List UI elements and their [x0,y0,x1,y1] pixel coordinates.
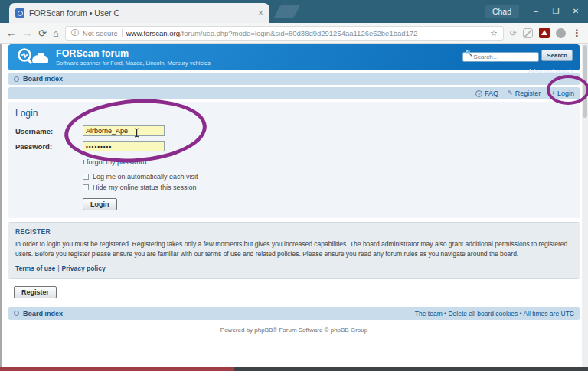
forgot-password-link[interactable]: I forgot my password [83,158,147,166]
footer-links[interactable]: The team • Delete all board cookies • Al… [415,310,574,317]
info-icon[interactable]: ⓘ [71,28,79,38]
extension-icon-2[interactable] [523,28,533,38]
footer-breadcrumb[interactable]: Board index [23,310,63,317]
register-heading: REGISTER [15,228,573,236]
nav-links-bar: ? FAQ ✎ Register ➜ Login [8,87,580,99]
page-scrollbar[interactable] [582,44,588,367]
browser-menu-icon[interactable]: ⋮ [572,28,582,39]
close-window-button[interactable]: ✕ [567,4,585,19]
forum-header: FORScan forum Software scanner for Ford,… [8,44,580,70]
register-panel: REGISTER In order to login you must be r… [8,222,580,279]
register-label: Register [515,89,541,97]
search-input[interactable] [462,52,539,62]
login-button[interactable]: Login [83,198,117,210]
browser-tabbar: FORScan forum • User C × Chad – ❐ ✕ [0,0,588,23]
extension-icon-3[interactable] [556,28,566,38]
forum-title: FORScan forum [56,48,211,60]
username-label: Username: [15,127,83,135]
forum-title-block: FORScan forum Software scanner for Ford,… [56,48,211,67]
video-progress-fill [0,367,234,371]
search-button[interactable]: Search [541,50,573,61]
autologin-label: Log me on automatically each visit [93,173,198,181]
footer-bar: Board index The team • Delete all board … [8,307,580,320]
faq-label: FAQ [485,89,498,97]
search-input-wrap: 🔍 [462,48,539,62]
login-heading: Login [15,108,573,119]
video-progress-track[interactable] [0,367,588,371]
url-path: /forum/ucp.php?mode=login&sid=80d38d9d29… [180,29,417,37]
url-text: www.forscan.org/forum/ucp.php?mode=login… [126,29,486,37]
hide-status-checkbox[interactable] [83,184,89,190]
password-label: Password: [15,142,83,151]
back-icon[interactable]: ← [6,28,16,38]
password-field[interactable] [83,141,165,151]
window-left-edge [0,44,2,367]
faq-link[interactable]: ? FAQ [475,89,498,97]
faq-icon: ? [475,90,482,97]
breadcrumb[interactable]: Board index [23,75,63,83]
register-icon: ✎ [508,90,513,96]
home-icon[interactable]: ⌂ [53,28,59,38]
login-link[interactable]: ➜ Login [550,89,574,97]
omnibox-divider [122,29,122,37]
forum-subtitle: Software scanner for Ford, Mazda, Lincol… [56,60,211,67]
hide-status-label: Hide my online status this session [93,184,197,191]
tab-close-icon[interactable]: × [258,8,263,18]
register-button[interactable]: Register [14,286,57,298]
forscan-logo-icon [17,47,49,67]
browser-toolbar: ← → ⟳ ⌂ ⓘ Not secure www.forscan.org/for… [0,23,588,44]
register-body-text: In order to login you must be registered… [15,239,573,259]
board-index-icon [14,76,19,82]
not-secure-label: Not secure [83,29,118,37]
search-icon: 🔍 [465,50,472,57]
login-icon: ➜ [550,90,555,96]
page-content: FORScan forum Software scanner for Ford,… [0,44,588,367]
privacy-policy-link[interactable]: Privacy policy [62,265,106,272]
url-host: www.forscan.org [126,29,180,37]
search-area: 🔍 Search Advanced search [462,48,573,76]
minimize-button[interactable]: – [527,4,545,19]
register-link[interactable]: ✎ Register [508,89,541,97]
footer-board-index-icon [14,311,19,316]
login-panel: Login Username: Password: I forgot my pa… [8,102,580,218]
extension-icon-1[interactable]: ⟳ [510,28,517,38]
username-field[interactable] [83,125,165,136]
reload-icon[interactable]: ⟳ [38,28,47,38]
terms-of-use-link[interactable]: Terms of use [15,265,55,272]
terms-separator: | [55,265,61,272]
screen: FORScan forum • User C × Chad – ❐ ✕ ← → … [0,0,588,371]
autologin-checkbox[interactable] [83,174,89,180]
scrollbar-thumb[interactable] [583,45,587,118]
copyright-text: Powered by phpBB® Forum Software © phpBB… [8,327,580,334]
advanced-search-link[interactable]: Advanced search [528,67,573,74]
browser-profile-button[interactable]: Chad [485,5,519,18]
terms-row: Terms of use|Privacy policy [15,265,573,272]
restore-button[interactable]: ❐ [547,4,565,19]
url-bar[interactable]: ⓘ Not secure www.forscan.org/forum/ucp.p… [65,26,504,41]
browser-tab[interactable]: FORScan forum • User C × [9,3,270,23]
forward-icon: → [22,28,32,38]
tab-favicon-icon [15,8,24,18]
new-tab-button[interactable] [274,5,301,18]
login-label: Login [557,89,574,97]
adobe-extension-icon[interactable] [539,28,550,38]
tab-title: FORScan forum • User C [29,8,253,18]
bookmark-star-icon[interactable]: ☆ [490,28,498,38]
